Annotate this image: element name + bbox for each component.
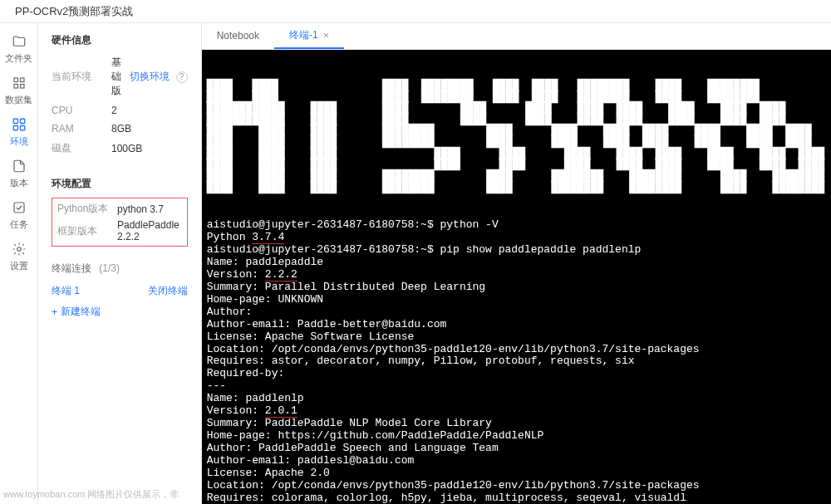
plus-icon: + xyxy=(52,306,57,318)
envconf-title: 环境配置 xyxy=(52,177,188,191)
gear-icon xyxy=(11,241,27,257)
sidebar-item-files[interactable]: 文件夹 xyxy=(0,28,38,70)
page-title: PP-OCRv2预测部署实战 xyxy=(0,0,831,23)
svg-rect-4 xyxy=(13,119,17,123)
tab-notebook[interactable]: Notebook xyxy=(202,23,274,49)
sidebar-item-tasks[interactable]: 任务 xyxy=(0,194,38,236)
info-panel: 硬件信息 当前环境 基础版 切换环境 ? CPU2 RAM8GB 磁盘100GB… xyxy=(38,23,202,504)
page-title-text: PP-OCRv2预测部署实战 xyxy=(15,4,133,19)
tab-notebook-label: Notebook xyxy=(217,30,259,42)
terminal-line: Home-page: https://github.com/PaddlePadd… xyxy=(207,430,831,443)
cpu-value: 2 xyxy=(111,105,188,116)
svg-rect-5 xyxy=(20,119,24,123)
python-label: Python版本 xyxy=(57,202,117,216)
terminal-line: Author-email: paddlesl@baidu.com xyxy=(207,455,831,467)
sidebar-item-dataset[interactable]: 数据集 xyxy=(0,70,38,111)
terminal-line: Author: xyxy=(207,306,831,319)
dataset-icon xyxy=(11,75,27,91)
sidebar-item-version[interactable]: 版本 xyxy=(0,153,38,194)
sidebar-item-settings[interactable]: 设置 xyxy=(0,236,38,277)
terminal-line: License: Apache 2.0 xyxy=(207,467,831,480)
new-terminal-button[interactable]: + 新建终端 xyxy=(52,305,188,319)
terminal-line: Author: PaddlePaddle Speech and Language… xyxy=(207,443,831,455)
terminal-line: Requires: colorama, colorlog, h5py, jieb… xyxy=(207,492,831,504)
file-icon xyxy=(11,158,27,174)
terminal-line: aistudio@jupyter-2631487-6180758:~$ pip … xyxy=(207,244,831,257)
terminal-line: Python 3.7.4 xyxy=(207,232,831,244)
tabs: Notebook 终端-1 × xyxy=(202,23,831,50)
svg-point-9 xyxy=(17,247,21,252)
svg-rect-6 xyxy=(13,126,17,130)
svg-rect-8 xyxy=(14,203,24,213)
termconn-title: 终端连接 (1/3) xyxy=(52,262,120,276)
termconn-count: (1/3) xyxy=(99,262,120,274)
help-icon[interactable]: ? xyxy=(176,71,188,83)
switch-env-link[interactable]: 切换环境 ? xyxy=(130,70,187,84)
sidebar-label: 任务 xyxy=(10,218,28,231)
terminal-banner: ████ ████ ████ ████████ ████ ████ ██████… xyxy=(202,75,831,193)
current-env-label: 当前环境 xyxy=(52,70,111,84)
framework-label: 框架版本 xyxy=(57,224,117,238)
terminal[interactable]: ████ ████ ████ ████████ ████ ████ ██████… xyxy=(202,50,831,504)
terminal-line: aistudio@jupyter-2631487-6180758:~$ pyth… xyxy=(207,219,831,232)
ram-label: RAM xyxy=(52,123,111,135)
sidebar-item-env[interactable]: 环境 xyxy=(0,111,38,153)
watermark: www.toymoban.com 网络图片仅供展示，非 xyxy=(3,488,179,501)
tab-terminal-label: 终端-1 xyxy=(289,28,318,42)
disk-value: 100GB xyxy=(111,143,188,154)
switch-env-text: 切换环境 xyxy=(130,71,170,82)
terminal-line: Name: paddlenlp xyxy=(207,393,831,405)
terminal-line: Version: 2.0.1 xyxy=(207,405,831,418)
hardware-title: 硬件信息 xyxy=(52,33,188,47)
terminal-line: --- xyxy=(207,380,831,393)
svg-rect-2 xyxy=(14,85,18,89)
terminal-line: Required-by: xyxy=(207,368,831,380)
svg-rect-0 xyxy=(14,78,18,82)
svg-rect-1 xyxy=(20,78,24,82)
terminal-output: aistudio@jupyter-2631487-6180758:~$ pyth… xyxy=(202,218,831,504)
cpu-label: CPU xyxy=(52,105,111,116)
sidebar-label: 设置 xyxy=(10,260,28,272)
tab-terminal-1[interactable]: 终端-1 × xyxy=(274,23,344,49)
new-terminal-text: 新建终端 xyxy=(61,305,101,319)
close-terminal-link[interactable]: 关闭终端 xyxy=(148,284,188,298)
python-value: python 3.7 xyxy=(117,203,182,215)
terminal-line: Name: paddlepaddle xyxy=(207,257,831,269)
folder-icon xyxy=(11,33,27,50)
sidebar-label: 环境 xyxy=(10,135,28,148)
sidebar-label: 版本 xyxy=(10,177,28,189)
terminal-1-link[interactable]: 终端 1 xyxy=(52,284,80,298)
current-env-value: 基础版 xyxy=(111,56,130,98)
env-box: Python版本python 3.7 框架版本PaddlePaddle 2.2.… xyxy=(52,198,188,247)
terminal-line: Location: /opt/conda/envs/python35-paddl… xyxy=(207,480,831,492)
terminal-line: License: Apache Software License xyxy=(207,331,831,344)
terminal-line: Summary: Parallel Distributed Deep Learn… xyxy=(207,281,831,294)
ram-value: 8GB xyxy=(111,123,188,135)
sidebar-label: 数据集 xyxy=(5,94,32,106)
svg-rect-3 xyxy=(20,85,24,89)
terminal-line: Summary: PaddlePaddle NLP Model Core Lib… xyxy=(207,418,831,430)
terminal-line: Location: /opt/conda/envs/python35-paddl… xyxy=(207,344,831,356)
content: Notebook 终端-1 × ████ ████ ████ ████████ … xyxy=(202,23,831,504)
sidebar: 文件夹 数据集 环境 版本 任务 xyxy=(0,23,38,504)
apps-icon xyxy=(11,116,27,133)
terminal-line: Home-page: UNKNOWN xyxy=(207,294,831,306)
terminal-line: Requires: astor, decorator, numpy, Pillo… xyxy=(207,355,831,368)
terminal-line: Author-email: Paddle-better@baidu.com xyxy=(207,319,831,331)
svg-rect-7 xyxy=(20,126,24,130)
check-icon xyxy=(11,199,27,216)
disk-label: 磁盘 xyxy=(52,141,111,155)
close-icon[interactable]: × xyxy=(323,29,330,42)
termconn-title-text: 终端连接 xyxy=(52,262,91,274)
framework-value: PaddlePaddle 2.2.2 xyxy=(117,219,182,242)
sidebar-label: 文件夹 xyxy=(5,52,32,65)
terminal-line: Version: 2.2.2 xyxy=(207,269,831,281)
